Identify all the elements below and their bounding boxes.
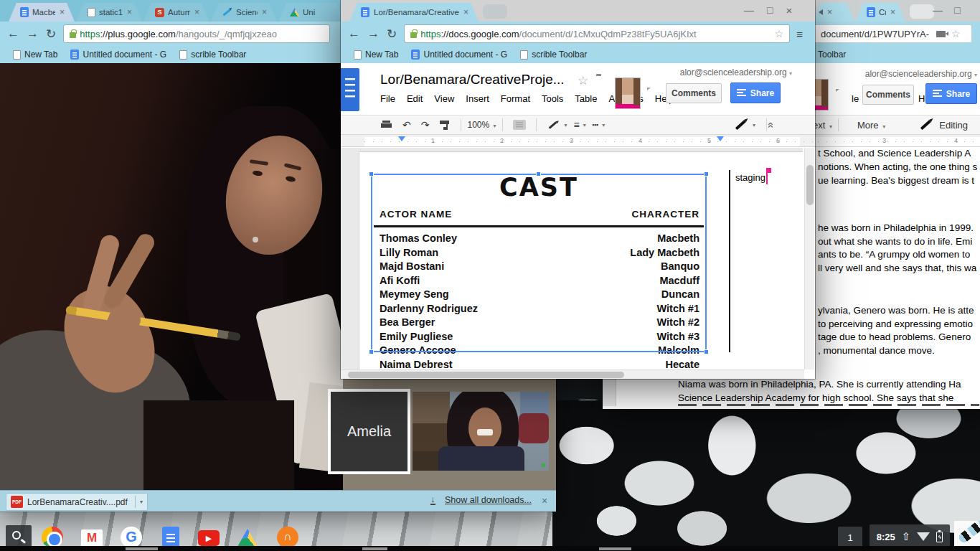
menu-tools[interactable]: Tools xyxy=(542,93,563,104)
participant-tile-amelia[interactable]: Amelia xyxy=(328,389,410,474)
more-dropdown[interactable]: More ▾ xyxy=(857,120,885,131)
paint-format-icon[interactable] xyxy=(440,121,449,130)
tab-drive[interactable]: Uni xyxy=(278,3,344,22)
resize-handle[interactable] xyxy=(704,349,709,354)
document-title[interactable]: Lor/Benamara/CreativeProje... xyxy=(380,72,565,88)
bottom-edge-strip xyxy=(0,546,980,551)
bookmark-star-icon[interactable]: ☆ xyxy=(775,28,784,39)
scrollbar-thumb[interactable] xyxy=(806,165,814,205)
close-button[interactable]: × xyxy=(786,4,792,17)
bookmark-new-tab[interactable]: New Tab xyxy=(354,50,398,60)
image-selection-box[interactable] xyxy=(371,174,707,352)
bookmark-untitled-document[interactable]: Untitled document - G xyxy=(70,50,166,60)
image-placeholder-icon xyxy=(513,120,526,130)
bookmark-star-icon[interactable]: ☆ xyxy=(951,28,961,39)
docs-logo[interactable] xyxy=(341,68,359,111)
tab-static1[interactable]: static1.s × xyxy=(76,3,142,22)
menu-icon[interactable]: ≡ xyxy=(796,28,802,40)
resize-handle[interactable] xyxy=(369,171,374,176)
tab-close-icon[interactable]: × xyxy=(262,7,267,17)
status-tray[interactable]: 8:25 ⇧ ϟ xyxy=(870,524,950,549)
account-email[interactable]: alor@scienceleadership.org ▾ xyxy=(680,67,792,77)
maximize-button[interactable]: □ xyxy=(767,4,773,17)
download-item-pdf[interactable]: PDF LorBenamaraCreativ....pdf ▾ xyxy=(6,493,148,511)
address-bar[interactable]: https://docs.google.com/document/d/1cMxu… xyxy=(404,24,790,43)
bookmark-untitled-document[interactable]: Untitled document - G xyxy=(411,50,507,60)
line-weight-dropdown[interactable]: ≡▾ xyxy=(572,119,586,131)
minimize-button[interactable]: — xyxy=(933,4,943,16)
reload-button[interactable]: ↻ xyxy=(46,27,56,42)
resize-handle[interactable] xyxy=(704,171,709,176)
bookmark-scrible-toolbar[interactable]: scrible Toolbar xyxy=(520,50,587,60)
redo-icon[interactable]: ↷ xyxy=(421,119,430,131)
account-email[interactable]: alor@scienceleadership.org ▾ xyxy=(865,69,977,79)
normal-text-dropdown[interactable]: ext ▾ xyxy=(813,120,832,131)
tab-close-icon[interactable]: × xyxy=(890,7,895,17)
scrollbar-thumb[interactable] xyxy=(348,372,624,378)
collapse-toolbar-icon[interactable]: « xyxy=(765,122,778,128)
forward-button[interactable]: → xyxy=(27,27,39,41)
tab-close-icon[interactable]: × xyxy=(60,7,65,17)
minimize-button[interactable]: — xyxy=(744,4,754,17)
share-button[interactable]: Share xyxy=(925,83,977,104)
resize-handle[interactable] xyxy=(369,349,374,354)
clipped-text-line xyxy=(678,404,979,406)
line-weight-icon: ≡ xyxy=(574,119,580,131)
new-tab-button[interactable] xyxy=(483,4,507,19)
show-all-downloads-link[interactable]: Show all downloads... xyxy=(445,495,532,505)
doc-text-line: ants to be. “A grumpy old women to xyxy=(818,249,970,260)
menu-view[interactable]: View xyxy=(434,93,454,104)
zoom-dropdown[interactable]: 100% ▾ xyxy=(467,120,496,130)
menu-file[interactable]: File xyxy=(380,93,395,104)
self-video-thumbnail[interactable] xyxy=(413,392,549,471)
line-color-dropdown[interactable]: ▾ xyxy=(542,122,567,128)
indent-marker-right[interactable] xyxy=(717,136,724,141)
tab-science[interactable]: Science L × xyxy=(211,3,277,22)
back-button[interactable]: ← xyxy=(348,27,360,41)
tab-autumns[interactable]: S Autumn's × xyxy=(143,3,209,22)
back-button[interactable]: ← xyxy=(7,27,19,41)
address-bar[interactable]: https://plus.google.com/hangouts/_/qmfjq… xyxy=(63,24,330,43)
menu-edit[interactable]: Edit xyxy=(407,93,423,104)
resize-handle[interactable] xyxy=(536,171,541,176)
tab-close-icon[interactable]: × xyxy=(194,7,199,17)
tab-crea[interactable]: Crea × xyxy=(855,3,905,22)
mode-editing[interactable]: Editing xyxy=(920,120,968,131)
tab-audio[interactable]: × xyxy=(813,3,854,22)
cell-border-line xyxy=(729,170,730,352)
forward-button[interactable]: → xyxy=(367,27,380,41)
star-document-icon[interactable]: ☆ xyxy=(578,73,588,88)
camera-indicator-icon[interactable] xyxy=(936,31,946,37)
indent-marker-left[interactable] xyxy=(398,136,405,141)
menu-insert[interactable]: Insert xyxy=(466,93,489,104)
reload-button[interactable]: ↻ xyxy=(387,27,397,42)
tab-macbeth[interactable]: Macbeth × xyxy=(9,3,75,22)
notification-badge[interactable]: 1 xyxy=(838,527,862,548)
edit-mode-dropdown[interactable]: ▾ xyxy=(735,122,755,128)
maximize-button[interactable]: □ xyxy=(954,4,960,16)
new-tab-button[interactable] xyxy=(910,4,934,19)
tab-close-icon[interactable]: × xyxy=(827,7,832,17)
close-downloads-bar-icon[interactable]: × xyxy=(542,495,547,507)
bookmark-scrible-toolbar[interactable]: scrible Toolbar xyxy=(179,50,246,60)
comments-button[interactable]: Comments xyxy=(862,85,914,105)
menu-format[interactable]: Format xyxy=(501,93,530,104)
vertical-scrollbar[interactable] xyxy=(804,148,814,369)
menu-table[interactable]: Table xyxy=(575,93,597,104)
tab-close-icon[interactable]: × xyxy=(127,7,132,17)
bookmark-new-tab[interactable]: New Tab xyxy=(13,50,57,60)
undo-icon[interactable]: ↶ xyxy=(402,119,411,131)
share-button[interactable]: Share xyxy=(730,83,781,103)
bookmark-fragment[interactable]: Toolbar xyxy=(818,50,846,60)
participant-name: Amelia xyxy=(347,423,391,440)
collaborator-avatar[interactable] xyxy=(615,77,641,109)
document-canvas[interactable]: CAST ACTOR NAME CHARACTER Thomas ConleyM… xyxy=(341,148,803,369)
tab-close-icon[interactable]: × xyxy=(463,7,468,17)
comments-button[interactable]: Comments xyxy=(666,83,722,103)
print-icon[interactable] xyxy=(381,121,392,129)
horizontal-scrollbar[interactable] xyxy=(341,369,804,379)
download-menu-arrow[interactable]: ▾ xyxy=(135,496,147,508)
tab-active-document[interactable]: Lor/Benamara/CreativePr × xyxy=(349,3,479,22)
line-dash-dropdown[interactable]: ┅▾ xyxy=(590,119,605,131)
scrible-favicon: S xyxy=(155,8,164,17)
